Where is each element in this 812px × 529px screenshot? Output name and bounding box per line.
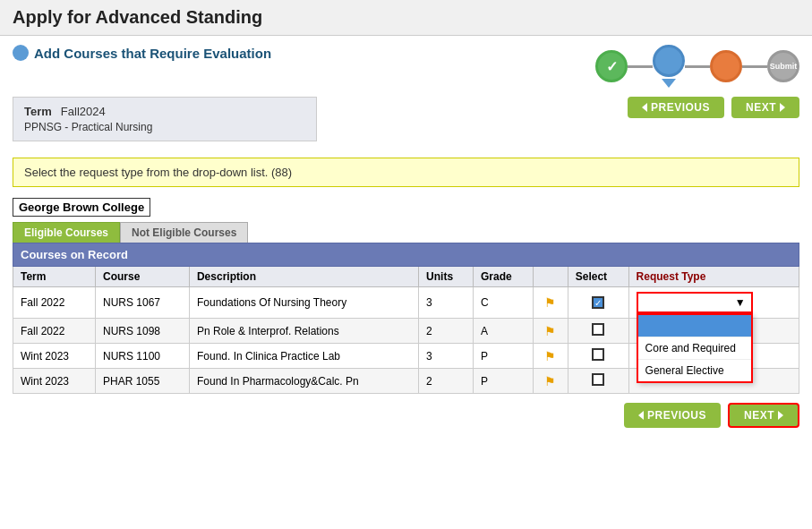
progress-step-1 xyxy=(595,50,628,82)
cell-term: Fall 2022 xyxy=(13,287,96,319)
table-row: Fall 2022 NURS 1067 Foundations Of Nursi… xyxy=(13,287,799,319)
col-select: Select xyxy=(568,267,628,287)
col-units: Units xyxy=(419,267,474,287)
cell-units: 2 xyxy=(419,369,474,394)
checkbox-unchecked[interactable] xyxy=(592,373,604,386)
col-course: Course xyxy=(96,267,190,287)
next-arrow-icon xyxy=(780,103,785,112)
cell-course: PHAR 1055 xyxy=(96,369,190,394)
cell-select[interactable] xyxy=(568,319,628,344)
dropdown-selected-blank[interactable] xyxy=(638,315,751,337)
cell-flag: ⚑ xyxy=(533,369,568,394)
page-title: Apply for Advanced Standing xyxy=(13,7,799,28)
cell-course: NURS 1100 xyxy=(96,344,190,369)
cell-grade: C xyxy=(473,287,533,319)
checkbox-unchecked[interactable] xyxy=(592,323,604,336)
next-button-top[interactable]: Next xyxy=(731,97,799,118)
term-label: Term xyxy=(24,105,52,118)
current-step-arrow xyxy=(662,79,676,88)
flag-icon: ⚑ xyxy=(544,349,556,363)
checkbox-unchecked[interactable] xyxy=(592,348,604,361)
cell-course: NURS 1067 xyxy=(96,287,190,319)
cell-units: 3 xyxy=(419,344,474,369)
cell-units: 2 xyxy=(419,319,474,344)
term-description: PPNSG - Practical Nursing xyxy=(24,121,305,133)
cell-select[interactable] xyxy=(568,369,628,394)
col-flag xyxy=(533,267,568,287)
cell-units: 3 xyxy=(419,287,474,319)
cell-select[interactable] xyxy=(568,344,628,369)
flag-icon: ⚑ xyxy=(544,374,556,388)
bottom-nav-buttons: Previous Next xyxy=(13,403,799,428)
cell-grade: P xyxy=(473,369,533,394)
previous-button-top[interactable]: Previous xyxy=(628,97,724,118)
progress-step-4: Submit xyxy=(767,50,799,82)
college-name: George Brown College xyxy=(13,198,150,217)
progress-step-2 xyxy=(653,45,685,77)
column-headers-row: Term Course Description Units Grade Sele… xyxy=(13,267,799,287)
tab-not-eligible-courses[interactable]: Not Eligible Courses xyxy=(120,222,248,243)
courses-table: Courses on Record Term Course Descriptio… xyxy=(13,243,799,394)
table-section-header-row: Courses on Record xyxy=(13,243,799,267)
tabs-row: Eligible Courses Not Eligible Courses xyxy=(13,222,799,243)
cell-term: Fall 2022 xyxy=(13,319,96,344)
page-title-bar: Apply for Advanced Standing xyxy=(0,0,812,36)
dropdown-open: Core and Required General Elective xyxy=(637,313,753,383)
step-connector-1 xyxy=(628,65,653,68)
cell-flag: ⚑ xyxy=(533,319,568,344)
flag-icon: ⚑ xyxy=(544,324,556,338)
flag-icon: ⚑ xyxy=(544,295,556,310)
checkbox-checked[interactable]: ✓ xyxy=(592,296,604,309)
next-button-bottom[interactable]: Next xyxy=(728,403,799,428)
table-section-header: Courses on Record xyxy=(13,243,799,267)
cell-description: Pn Role & Interprof. Relations xyxy=(189,319,418,344)
section-heading: Add Courses that Require Evaluation xyxy=(13,45,271,61)
col-request-type: Request Type xyxy=(628,267,799,287)
top-nav-buttons: Previous Next xyxy=(628,97,799,118)
chevron-down-icon: ▼ xyxy=(735,296,746,309)
cell-description: Found. In Clinica Practice Lab xyxy=(189,344,418,369)
cell-term: Wint 2023 xyxy=(13,344,96,369)
col-description: Description xyxy=(189,267,418,287)
main-content: Add Courses that Require Evaluation Su xyxy=(0,36,812,437)
prev-arrow-icon xyxy=(642,103,647,112)
next-arrow-icon xyxy=(778,411,783,420)
step-indicator-icon xyxy=(13,45,29,61)
cell-course: NURS 1098 xyxy=(96,319,190,344)
cell-select[interactable]: ✓ xyxy=(568,287,628,319)
step-connector-2 xyxy=(685,65,710,68)
cell-grade: A xyxy=(473,319,533,344)
term-value: Fall2024 xyxy=(61,105,106,118)
cell-description: Found In Pharmacology&Calc. Pn xyxy=(189,369,418,394)
dropdown-item-core[interactable]: Core and Required xyxy=(638,337,751,359)
cell-grade: P xyxy=(473,344,533,369)
previous-button-bottom[interactable]: Previous xyxy=(624,403,721,428)
cell-description: Foundations Of Nursing Theory xyxy=(189,287,418,319)
col-term: Term xyxy=(13,267,96,287)
tab-eligible-courses[interactable]: Eligible Courses xyxy=(13,222,120,243)
term-info-box: Term Fall2024 PPNSG - Practical Nursing xyxy=(13,97,317,141)
progress-area: Submit xyxy=(595,45,799,88)
cell-term: Wint 2023 xyxy=(13,369,96,394)
cell-request-type[interactable]: ▼ Core and Required General Elective xyxy=(628,287,799,319)
step-connector-3 xyxy=(742,65,767,68)
col-grade: Grade xyxy=(473,267,533,287)
cell-flag: ⚑ xyxy=(533,287,568,319)
progress-bar: Submit xyxy=(595,45,799,88)
progress-step-3 xyxy=(710,50,742,82)
dropdown-item-elective[interactable]: General Elective xyxy=(638,359,751,381)
prev-arrow-icon xyxy=(638,411,644,420)
dropdown-trigger[interactable]: ▼ xyxy=(637,292,753,313)
request-type-dropdown[interactable]: ▼ Core and Required General Elective xyxy=(637,292,753,313)
cell-flag: ⚑ xyxy=(533,344,568,369)
info-message: Select the request type from the drop-do… xyxy=(13,158,799,187)
